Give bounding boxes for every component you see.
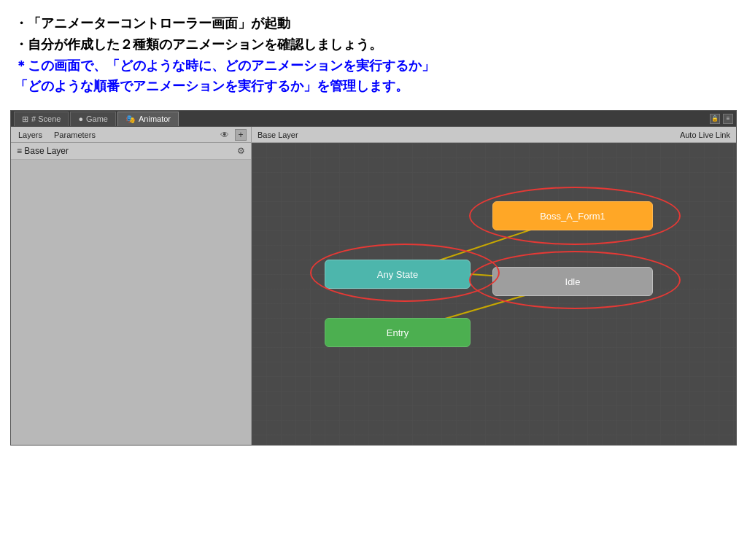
game-tab-icon: ● [78, 114, 83, 123]
animator-tab-icon: 🎭 [125, 114, 136, 124]
gear-icon[interactable]: ⚙ [237, 146, 245, 156]
left-panel-body [11, 160, 251, 445]
state-boss[interactable]: Boss_A_Form1 [492, 201, 653, 230]
state-idle-label: Idle [565, 276, 581, 287]
text-line-1: ・「アニメーターコントローラー画面」が起動 [15, 13, 732, 34]
text-line-4: 「どのような順番でアニメーションを実行するか」を管理します。 [15, 76, 732, 97]
toolbar-right: Base Layer Auto Live Link [252, 131, 736, 139]
tab-scene[interactable]: ⊞ # Scene [14, 112, 69, 126]
eye-icon[interactable]: 👁 [220, 130, 229, 140]
state-boss-label: Boss_A_Form1 [540, 211, 605, 222]
toolbar-parameters[interactable]: Parameters [51, 129, 98, 141]
window-lock-btn[interactable]: 🔒 [710, 114, 720, 124]
scene-tab-label: # Scene [31, 114, 61, 123]
text-line-2: ・自分が作成した２種類のアニメーションを確認しましょう。 [15, 34, 732, 55]
base-layer-label: ≡ Base Layer [17, 146, 69, 156]
tab-bar-right: 🔒 ≡ [710, 114, 733, 124]
window-menu-btn[interactable]: ≡ [723, 114, 733, 124]
game-tab-label: Game [86, 114, 108, 123]
editor-container: ⊞ # Scene ● Game 🎭 Animator 🔒 ≡ Layers P… [10, 110, 737, 446]
animator-canvas[interactable]: Boss_A_Form1 Any State Idle Entry [252, 143, 736, 445]
tab-bar: ⊞ # Scene ● Game 🎭 Animator 🔒 ≡ [11, 111, 736, 127]
text-area: ・「アニメーターコントローラー画面」が起動 ・自分が作成した２種類のアニメーショ… [0, 0, 747, 104]
state-idle[interactable]: Idle [492, 267, 653, 296]
scene-tab-icon: ⊞ [22, 114, 28, 124]
state-any[interactable]: Any State [325, 260, 471, 289]
toolbar-left: Layers Parameters 👁 + [11, 127, 252, 142]
base-layer-row: ≡ Base Layer ⚙ [11, 143, 251, 160]
animator-tab-label: Animator [139, 114, 171, 123]
base-layer-title: Base Layer [258, 131, 298, 139]
state-entry[interactable]: Entry [325, 318, 471, 347]
main-content: ≡ Base Layer ⚙ [11, 143, 736, 445]
left-panel: ≡ Base Layer ⚙ [11, 143, 252, 445]
add-layer-btn[interactable]: + [235, 129, 247, 141]
auto-live-link[interactable]: Auto Live Link [680, 131, 730, 139]
state-any-label: Any State [377, 269, 418, 280]
tab-game[interactable]: ● Game [70, 112, 116, 126]
toolbar-layers[interactable]: Layers [15, 129, 45, 141]
text-line-3: ＊この画面で、「どのような時に、どのアニメーションを実行するか」 [15, 55, 732, 77]
tab-animator[interactable]: 🎭 Animator [117, 112, 179, 126]
tab-bar-left: ⊞ # Scene ● Game 🎭 Animator [14, 112, 179, 126]
toolbar-row: Layers Parameters 👁 + Base Layer Auto Li… [11, 127, 736, 143]
state-entry-label: Entry [387, 327, 409, 338]
